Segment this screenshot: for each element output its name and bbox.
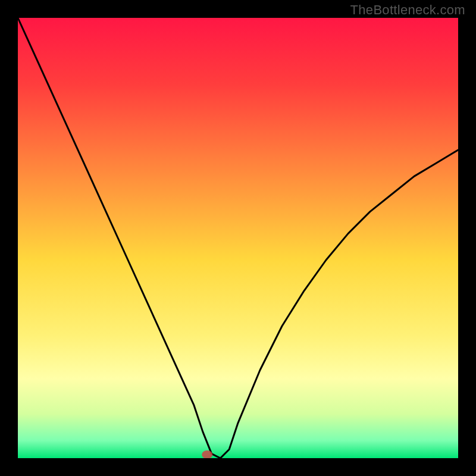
watermark-text: TheBottleneck.com xyxy=(350,2,465,18)
plot-area xyxy=(18,18,458,458)
chart-frame: TheBottleneck.com xyxy=(0,0,476,476)
chart-svg xyxy=(18,18,458,458)
gradient-background xyxy=(18,18,458,458)
